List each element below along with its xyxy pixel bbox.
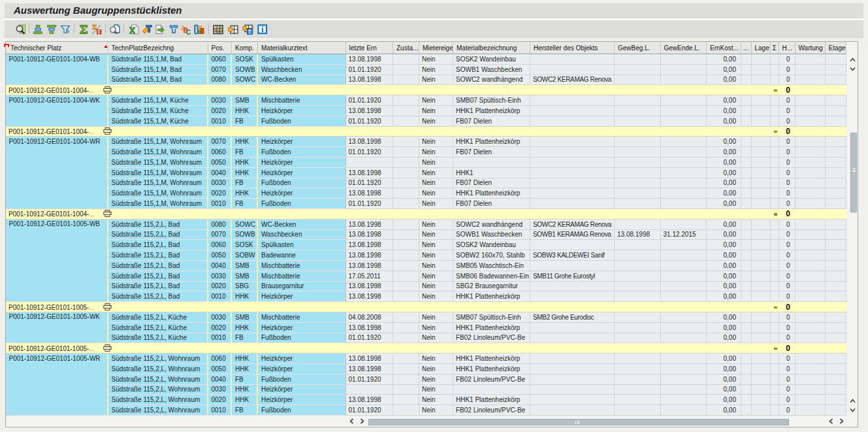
svg-text:C: C xyxy=(186,29,191,35)
svg-text:i: i xyxy=(261,24,263,34)
svg-text:Σ: Σ xyxy=(97,29,100,34)
svg-text:T: T xyxy=(172,26,176,33)
